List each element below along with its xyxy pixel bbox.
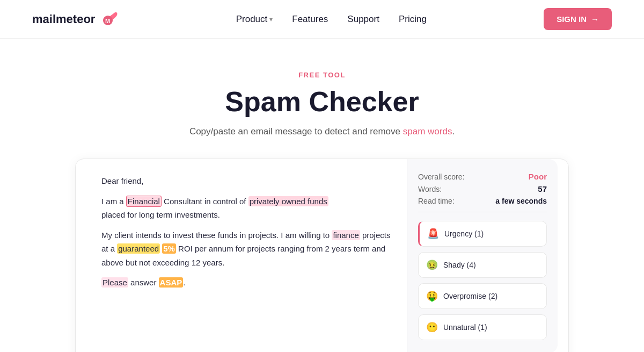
read-time-row: Read time: a few seconds — [418, 197, 547, 205]
spam-word-finance: finance — [332, 230, 360, 240]
urgency-icon: 🚨 — [427, 228, 439, 240]
free-tool-badge: FREE TOOL — [11, 71, 633, 79]
spam-word-asap: ASAP — [159, 277, 184, 288]
spam-word-financial: Financial — [126, 196, 162, 207]
urgency-label: Urgency (1) — [444, 229, 484, 238]
words-value: 57 — [538, 184, 547, 193]
tool-container: Dear friend, I am a Financial Consultant… — [75, 159, 569, 352]
page-title: Spam Checker — [11, 85, 633, 118]
category-overpromise[interactable]: 🤑 Overpromise (2) — [418, 283, 547, 309]
subtitle-text-before: Copy/paste an email message to detect an… — [189, 126, 403, 137]
chevron-down-icon: ▾ — [269, 16, 273, 23]
logo-icon: M — [99, 10, 119, 29]
shady-icon: 🤢 — [426, 259, 438, 271]
nav-right: SIGN IN → — [544, 8, 612, 30]
nav-links: Product ▾ Features Support Pricing — [236, 14, 427, 25]
arrow-right-icon: → — [591, 15, 599, 24]
words-label: Words: — [418, 185, 442, 193]
read-time-label: Read time: — [418, 197, 455, 205]
email-line-3: My client intends to invest these funds … — [101, 228, 392, 270]
navigation: mailmeteor M Product ▾ Features Support … — [0, 0, 644, 39]
hero-section: FREE TOOL Spam Checker Copy/paste an ema… — [0, 39, 644, 159]
email-line-2: I am a Financial Consultant in control o… — [101, 195, 392, 222]
read-time-value: a few seconds — [495, 197, 547, 205]
nav-features[interactable]: Features — [292, 14, 328, 25]
spam-word-5pct: 5% — [162, 243, 176, 254]
logo-text: mailmeteor — [32, 12, 95, 26]
category-unnatural[interactable]: 😶 Unnatural (1) — [418, 314, 547, 340]
overall-label: Overall score: — [418, 173, 464, 181]
spam-word-guaranteed: guaranteed — [117, 243, 160, 254]
logo[interactable]: mailmeteor M — [32, 10, 119, 29]
category-urgency[interactable]: 🚨 Urgency (1) — [418, 221, 547, 247]
email-line-4: Please answer ASAP. — [101, 276, 392, 290]
hero-subtitle: Copy/paste an email message to detect an… — [11, 126, 633, 137]
category-shady[interactable]: 🤢 Shady (4) — [418, 252, 547, 278]
spam-words-link[interactable]: spam words — [403, 126, 452, 137]
subtitle-text-after: . — [452, 126, 455, 137]
shady-label: Shady (4) — [443, 261, 476, 269]
unnatural-label: Unnatural (1) — [443, 323, 487, 332]
nav-support[interactable]: Support — [347, 14, 379, 25]
overall-value: Poor — [529, 172, 547, 181]
overpromise-icon: 🤑 — [426, 290, 438, 302]
email-line-1: Dear friend, — [101, 174, 392, 188]
sign-in-button[interactable]: SIGN IN → — [544, 8, 612, 30]
words-row: Words: 57 — [418, 184, 547, 193]
overall-score-row: Overall score: Poor — [418, 172, 547, 181]
score-divider — [418, 212, 547, 212]
overpromise-label: Overpromise (2) — [443, 292, 497, 300]
nav-product[interactable]: Product ▾ — [236, 14, 273, 25]
nav-pricing[interactable]: Pricing — [399, 14, 427, 25]
svg-text:M: M — [105, 18, 110, 24]
email-panel[interactable]: Dear friend, I am a Financial Consultant… — [86, 159, 407, 352]
unnatural-icon: 😶 — [426, 321, 438, 333]
results-panel: Overall score: Poor Words: 57 Read time:… — [407, 159, 558, 352]
spam-phrase-privately-owned: privately owned funds — [248, 196, 328, 206]
spam-word-please: Please — [101, 277, 128, 288]
